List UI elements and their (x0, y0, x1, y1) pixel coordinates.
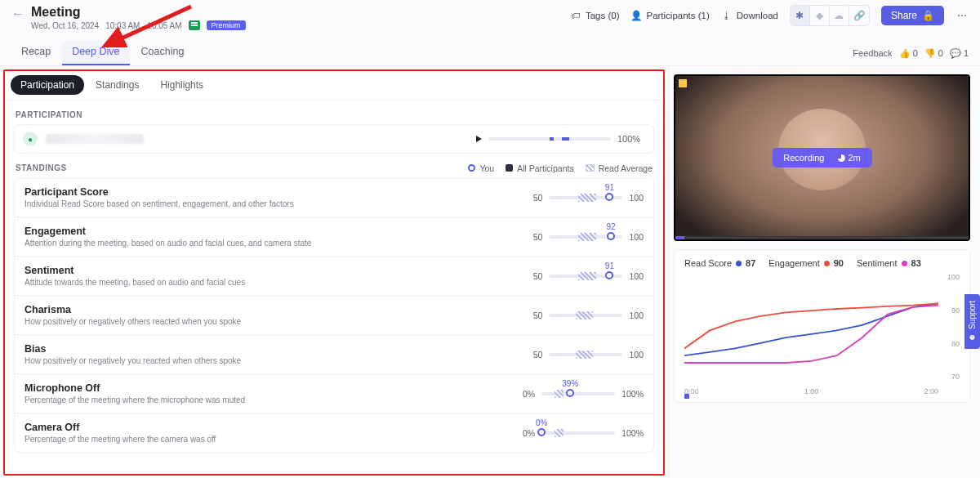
metrics-chart-card: Read Score 87Engagement 90Sentiment 83 1… (674, 249, 970, 403)
video-player[interactable]: Recording 2m (674, 74, 970, 241)
meeting-time: 10:03 AM - 10:05 AM (105, 21, 181, 30)
slider-track[interactable] (549, 314, 622, 317)
standings-list: Participant ScoreIndividual Read Score b… (4, 177, 664, 466)
thumbs-down-icon: 👎 (924, 48, 936, 59)
scale-high: 100 (629, 310, 644, 320)
chart-legend-label: Engagement (768, 258, 819, 268)
standings-name: Sentiment (24, 265, 245, 276)
slider-track[interactable] (549, 353, 622, 356)
chart-legend-label: Read Score (684, 258, 732, 268)
scale-high: 100 (629, 271, 644, 281)
chart-legend-label: Sentiment (857, 258, 898, 268)
chart-legend-item: Read Score 87 (684, 258, 755, 268)
scale-high: 100 (629, 193, 644, 203)
participation-heading: PARTICIPATION (4, 101, 664, 124)
slider-track[interactable]: 92 (549, 235, 622, 239)
integrations-group: ✱ ◆ ☁ 🔗 (790, 5, 870, 26)
back-button[interactable]: ← (11, 7, 24, 21)
scale-low: 50 (533, 310, 543, 320)
slider-track[interactable]: 39% (541, 392, 615, 395)
tab-coaching[interactable]: Coaching (131, 41, 194, 65)
slider-track[interactable]: 0% (541, 431, 615, 435)
comments-button[interactable]: 💬1 (950, 48, 969, 59)
standings-row-participant-score: Participant ScoreIndividual Read Score b… (14, 177, 654, 217)
recording-label: Recording (783, 153, 824, 163)
slack-icon[interactable]: ✱ (791, 6, 810, 25)
standings-row-mic-off: Microphone OffPercentage of the meeting … (14, 374, 654, 413)
recording-duration: 2m (837, 153, 860, 163)
premium-badge: Premium (207, 20, 246, 30)
standings-row-charisma: CharismaHow positively or negatively oth… (14, 296, 654, 335)
standings-row-sentiment: SentimentAttitude towards the meeting, b… (14, 257, 654, 296)
thumbs-up-button[interactable]: 👍0 (899, 48, 918, 59)
subtab-standings[interactable]: Standings (86, 75, 149, 95)
standings-name: Charisma (24, 304, 241, 315)
standings-slider: 50100 (533, 310, 644, 320)
thumbs-up-icon: 👍 (899, 48, 911, 59)
chart-legend-value: 83 (911, 258, 921, 268)
support-icon: ☻ (968, 333, 977, 342)
feedback-label: Feedback (853, 48, 892, 58)
scale-low: 50 (533, 232, 543, 242)
meeting-title: Meeting (31, 5, 246, 20)
subtab-highlights[interactable]: Highlights (150, 75, 213, 95)
legend-you-label: You (479, 163, 494, 173)
standings-name: Bias (24, 343, 241, 355)
standings-name: Microphone Off (24, 382, 245, 394)
header: ← Meeting Wed, Oct 16, 2024 10:03 AM - 1… (0, 0, 980, 36)
chart-legend-dot (902, 261, 907, 266)
more-button[interactable]: ⋯ (956, 10, 969, 21)
meeting-date: Wed, Oct 16, 2024 (31, 21, 99, 30)
chart-scrubber[interactable] (684, 394, 689, 399)
scale-low: 0% (523, 428, 535, 438)
speech-timeline[interactable] (488, 137, 611, 141)
legend-you-icon (468, 164, 475, 172)
scale-high: 100% (621, 428, 644, 438)
subtab-participation[interactable]: Participation (11, 75, 84, 95)
share-button[interactable]: Share 🔒 (881, 6, 944, 25)
legend-avg-label: Read Average (599, 163, 653, 173)
scale-high: 100% (621, 389, 644, 399)
hubspot-icon[interactable]: ◆ (810, 6, 830, 25)
slider-track[interactable]: 91 (549, 196, 622, 199)
comment-icon: 💬 (950, 48, 961, 59)
tab-deep-dive[interactable]: Deep Dive (62, 41, 129, 65)
participant-name-redacted (46, 134, 144, 144)
feedback-group: Feedback 👍0 👎0 💬1 (853, 48, 969, 59)
standings-slider: 5091100 (533, 193, 644, 203)
standings-name: Participant Score (24, 186, 294, 198)
participants-button[interactable]: 👤 Participants (1) (630, 10, 709, 21)
video-progress[interactable] (675, 236, 969, 239)
scale-low: 50 (533, 350, 543, 360)
tabs-row: Recap Deep Dive Coaching Feedback 👍0 👎0 … (0, 36, 980, 66)
legend-all-label: All Participants (517, 163, 573, 173)
download-button[interactable]: ⭳ Download (721, 10, 778, 21)
tags-label: Tags (0) (586, 11, 620, 20)
participants-label: Participants (1) (646, 11, 709, 20)
salesforce-icon[interactable]: ☁ (830, 6, 849, 25)
chart-legend: Read Score 87Engagement 90Sentiment 83 (684, 258, 960, 268)
standings-desc: Attention during the meeting, based on a… (24, 239, 311, 248)
download-label: Download (737, 11, 778, 20)
legend-avg-icon (586, 164, 595, 172)
chart-legend-item: Engagement 90 (768, 258, 844, 268)
standings-heading: STANDINGS (4, 154, 78, 177)
standings-desc: Percentage of the meeting where the micr… (24, 395, 245, 404)
link-icon[interactable]: 🔗 (849, 6, 869, 25)
tags-button[interactable]: 🏷 Tags (0) (570, 10, 620, 21)
play-button[interactable] (476, 136, 482, 142)
standings-slider: 5091100 (533, 271, 644, 281)
tab-recap[interactable]: Recap (11, 41, 60, 65)
scale-high: 100 (629, 350, 644, 360)
slider-track[interactable]: 91 (549, 275, 622, 278)
support-label: Support (968, 301, 977, 329)
standings-desc: How positively or negatively others reac… (24, 317, 241, 326)
chart-legend-value: 90 (834, 258, 844, 268)
support-button[interactable]: ☻ Support (964, 294, 980, 349)
chart-x-axis: 0:001:002:00 (684, 387, 938, 395)
thumbs-down-button[interactable]: 👎0 (924, 48, 943, 59)
lock-icon: 🔒 (922, 10, 934, 21)
standings-desc: Percentage of the meeting where the came… (24, 435, 216, 444)
standings-name: Engagement (24, 226, 311, 237)
chart-plot (684, 273, 938, 381)
